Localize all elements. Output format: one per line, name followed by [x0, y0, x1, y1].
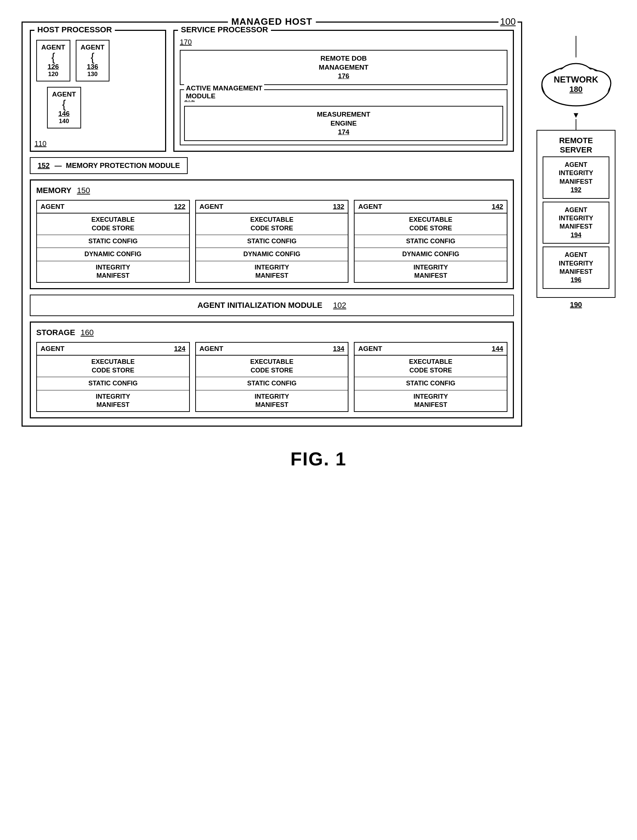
fig-label: FIG. 1 [290, 448, 346, 470]
host-processor-label: HOST PROCESSOR [35, 25, 115, 35]
managed-host-number: 100 [498, 16, 517, 27]
memory-agent-142: AGENT 142 EXECUTABLECODE STORE STATIC CO… [354, 200, 507, 283]
memory-header: MEMORY 150 [36, 186, 507, 196]
memory-agents-columns: AGENT 122 EXECUTABLECODE STORE STATIC CO… [36, 200, 507, 283]
remote-server: REMOTESERVER AGENTINTEGRITYMANIFEST 192 … [536, 130, 615, 298]
host-processor-number: 110 [35, 140, 46, 148]
service-processor-number: 170 [180, 38, 507, 46]
memory-agent-122: AGENT 122 EXECUTABLECODE STORE STATIC CO… [36, 200, 190, 283]
agent-146: AGENT { 146 140 [47, 87, 81, 128]
measurement-engine-box: MEASUREMENTENGINE 174 [184, 106, 503, 141]
storage-agent-134: AGENT 134 EXECUTABLECODE STORE STATIC CO… [195, 342, 349, 412]
agent-146-wrapper: AGENT { 146 140 [47, 87, 160, 128]
memory-protection-box: 152 — MEMORY PROTECTION MODULE [30, 157, 188, 174]
storage-agent-124: AGENT 124 EXECUTABLECODE STORE STATIC CO… [36, 342, 190, 412]
manifest-196: AGENTINTEGRITYMANIFEST 196 [543, 246, 609, 289]
storage-section: STORAGE 160 AGENT 124 EXECUTABLECODE STO… [30, 322, 514, 418]
service-processor-label: SERVICE PROCESSOR [178, 25, 271, 35]
remote-dob-box: REMOTE DOBMANAGEMENT 176 [180, 50, 507, 85]
service-processor: SERVICE PROCESSOR 170 REMOTE DOBMANAGEME… [173, 30, 514, 152]
top-connector-line [575, 36, 576, 57]
agent-136: AGENT { 136 130 [76, 40, 110, 81]
manifest-194: AGENTINTEGRITYMANIFEST 194 [543, 202, 609, 244]
agents-row-top: AGENT { 126 120 AGENT { 136 [36, 40, 160, 81]
remote-server-label: REMOTESERVER [543, 136, 609, 155]
memory-protection-row: 152 — MEMORY PROTECTION MODULE [30, 157, 514, 174]
network-number: 180 [569, 85, 583, 94]
diagram-area: MANAGED HOST 100 HOST PROCESSOR AGENT { … [22, 22, 615, 426]
remote-server-number: 190 [570, 301, 582, 309]
manifest-192: AGENTINTEGRITYMANIFEST 192 [543, 156, 609, 199]
host-processor: HOST PROCESSOR AGENT { 126 120 [30, 30, 166, 152]
right-section: NETWORK 180 ▼ REMOTESERVER AGENTINTEGRIT… [536, 22, 615, 309]
memory-section: MEMORY 150 AGENT 122 EXECUTABLECODE STOR… [30, 179, 514, 289]
managed-host: MANAGED HOST 100 HOST PROCESSOR AGENT { … [22, 22, 522, 426]
storage-agent-144: AGENT 144 EXECUTABLECODE STORE STATIC CO… [354, 342, 507, 412]
top-section: HOST PROCESSOR AGENT { 126 120 [30, 30, 514, 152]
network-label: NETWORK [554, 75, 598, 85]
storage-header: STORAGE 160 [36, 328, 507, 338]
agent-126: AGENT { 126 120 [36, 40, 70, 81]
page-container: MANAGED HOST 100 HOST PROCESSOR AGENT { … [22, 14, 615, 470]
storage-agents-columns: AGENT 124 EXECUTABLECODE STORE STATIC CO… [36, 342, 507, 412]
network-to-server-arrow: ▼ [572, 111, 580, 130]
agent-init-module: AGENT INITIALIZATION MODULE 102 [30, 295, 514, 316]
active-management-box: ACTIVE MANAGEMENTMODULE 172 MEASUREMENTE… [180, 89, 507, 145]
memory-agent-132: AGENT 132 EXECUTABLECODE STORE STATIC CO… [195, 200, 349, 283]
network-cloud: NETWORK 180 [536, 57, 615, 111]
